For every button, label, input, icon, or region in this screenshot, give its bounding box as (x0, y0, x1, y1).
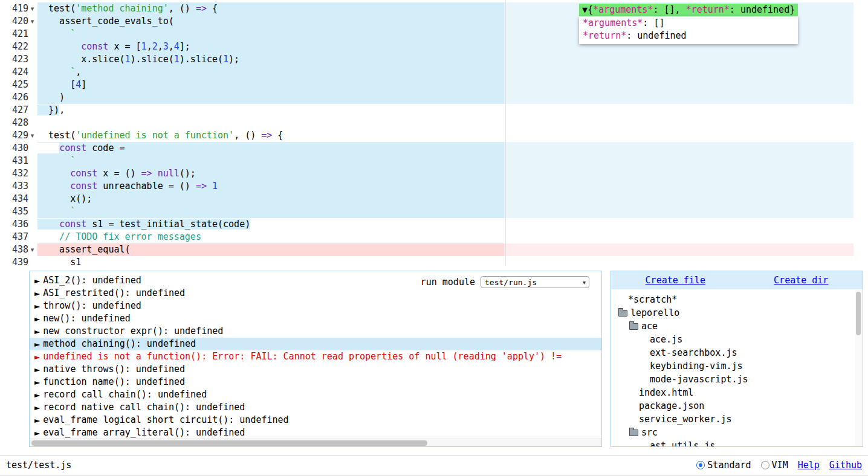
expand-icon[interactable]: ► (34, 315, 40, 323)
keybinding-vim-option[interactable]: VIM (761, 460, 788, 471)
tooltip-row: *arguments*: [] (583, 17, 794, 30)
console-item[interactable]: ►eval_frame array_literal(): undefined (30, 426, 601, 439)
expand-icon[interactable]: ► (34, 378, 40, 387)
tree-dir[interactable]: leporello (611, 306, 863, 320)
standard-radio[interactable] (696, 461, 705, 469)
code-token (37, 28, 70, 39)
expand-icon[interactable]: ► (34, 404, 40, 412)
tree-file[interactable]: ext-searchbox.js (611, 346, 863, 359)
fold-icon[interactable]: ▾ (28, 2, 36, 15)
line-number: 431 (12, 155, 28, 167)
gutter-cell: 422 (0, 40, 37, 53)
tree-file[interactable]: mode-javascript.js (611, 373, 863, 386)
line-number: 427 (12, 104, 28, 117)
tree-file[interactable]: keybinding-vim.js (611, 359, 863, 373)
console-item[interactable]: ►function name(): undefined (30, 376, 601, 388)
expand-icon[interactable]: ► (34, 340, 40, 349)
code-token (37, 219, 59, 230)
code-token: 1 (141, 41, 147, 52)
tree-file[interactable]: service_worker.js (611, 413, 863, 426)
code-line[interactable]: 423 x.slice(1).slice(1).slice(1); (0, 53, 853, 66)
code-text: ` (37, 205, 853, 218)
code-token: { (272, 130, 283, 141)
gutter-cell: 439 (0, 256, 37, 266)
tree-file[interactable]: *scratch* (611, 293, 863, 306)
fold-icon[interactable]: ▾ (28, 15, 36, 28)
line-number: 428 (12, 117, 28, 129)
console-item[interactable]: ►native throws(): undefined (30, 363, 601, 376)
expand-icon[interactable]: ► (34, 365, 40, 374)
keybinding-standard-option[interactable]: Standard (696, 460, 751, 471)
vim-radio[interactable] (761, 461, 769, 469)
line-number: 439 (12, 256, 28, 266)
expand-icon[interactable]: ► (34, 327, 40, 336)
code-line[interactable]: 438▾ assert_equal( (0, 243, 853, 256)
code-line[interactable]: 427 }), (0, 104, 853, 117)
code-text: s1 (37, 256, 853, 266)
code-editor[interactable]: 419▾ test('method chaining', () => {420▾… (0, 0, 853, 266)
code-token: assert_equal( (37, 244, 131, 255)
code-line[interactable]: 430 const code = (0, 142, 853, 155)
console-item[interactable]: ►new(): undefined (30, 312, 601, 325)
expand-icon[interactable]: ► (34, 416, 40, 425)
code-token: ); (228, 54, 239, 65)
tree-file[interactable]: package.json (611, 399, 863, 413)
line-number: 433 (12, 180, 28, 193)
code-token: }) (37, 105, 59, 115)
create-file-link[interactable]: Create file (646, 275, 705, 286)
code-line[interactable]: 436 const s1 = test_initial_state(code) (0, 218, 853, 231)
code-token: ` (70, 155, 76, 166)
code-line[interactable]: 433 const unreachable = () => 1 (0, 180, 853, 193)
code-line[interactable]: 428 (0, 117, 853, 129)
console-hscrollbar-thumb[interactable] (31, 440, 427, 446)
console-item[interactable]: ►ASI_restrited(): undefined (30, 287, 601, 300)
code-line[interactable]: 434 x(); (0, 193, 853, 205)
console-item[interactable]: ►method chaining(): undefined (30, 338, 601, 350)
module-select[interactable]: test/run.js ▾ (481, 276, 589, 288)
console-hscrollbar[interactable] (30, 439, 601, 446)
code-line[interactable]: 429▾ test('undefined is not a function',… (0, 129, 853, 142)
gutter-cell: 429▾ (0, 129, 37, 142)
line-number: 426 (12, 91, 28, 104)
code-token: // TODO fix error messages (37, 231, 201, 242)
fold-icon[interactable]: ▾ (28, 129, 36, 142)
code-line[interactable]: 424 `, (0, 66, 853, 79)
expand-icon[interactable]: ► (34, 277, 40, 285)
files-scrollbar[interactable] (855, 290, 862, 446)
console-item[interactable]: ►new constructor expr(): undefined (30, 325, 601, 338)
console-item[interactable]: ►record native call chain(): undefined (30, 401, 601, 414)
code-line[interactable]: 426 ) (0, 91, 853, 104)
tree-file[interactable]: ast_utils.js (611, 439, 863, 447)
console-item[interactable]: ►undefined is not a function(): Error: F… (30, 350, 601, 363)
code-line[interactable]: 435 ` (0, 205, 853, 218)
tree-dir[interactable]: ace (611, 320, 863, 333)
files-scrollbar-thumb[interactable] (856, 292, 861, 335)
code-line[interactable]: 437 // TODO fix error messages (0, 231, 853, 243)
expand-icon[interactable]: ► (34, 391, 40, 399)
tree-file[interactable]: ace.js (611, 333, 863, 346)
console-item[interactable]: ►eval_frame logical short circuit(): und… (30, 414, 601, 426)
expand-icon[interactable]: ► (34, 302, 40, 310)
fold-icon[interactable]: ▾ (28, 243, 36, 256)
fold-spacer (28, 180, 36, 193)
tree-dir[interactable]: src (611, 426, 863, 439)
github-link[interactable]: Github (829, 460, 862, 471)
fold-spacer (28, 91, 36, 104)
code-line[interactable]: 431 ` (0, 155, 853, 167)
help-link[interactable]: Help (798, 460, 820, 471)
code-line[interactable]: 439 s1 (0, 256, 853, 266)
expand-icon[interactable]: ► (34, 429, 40, 437)
expand-icon[interactable]: ► (34, 289, 40, 298)
code-token (37, 143, 59, 153)
tooltip-header[interactable]: ▼{*arguments*: [], *return*: undefined} (579, 4, 798, 16)
tree-file[interactable]: index.html (611, 386, 863, 399)
code-token (37, 206, 70, 217)
code-line[interactable]: 425 [4] (0, 79, 853, 91)
code-line[interactable]: 432 const x = () => null(); (0, 167, 853, 180)
console-item[interactable]: ►record call chain(): undefined (30, 388, 601, 401)
create-dir-link[interactable]: Create dir (774, 275, 828, 286)
code-text: `, (37, 66, 853, 79)
console-item[interactable]: ►throw(): undefined (30, 300, 601, 312)
expand-icon[interactable]: ► (34, 353, 40, 361)
fold-spacer (28, 205, 36, 218)
